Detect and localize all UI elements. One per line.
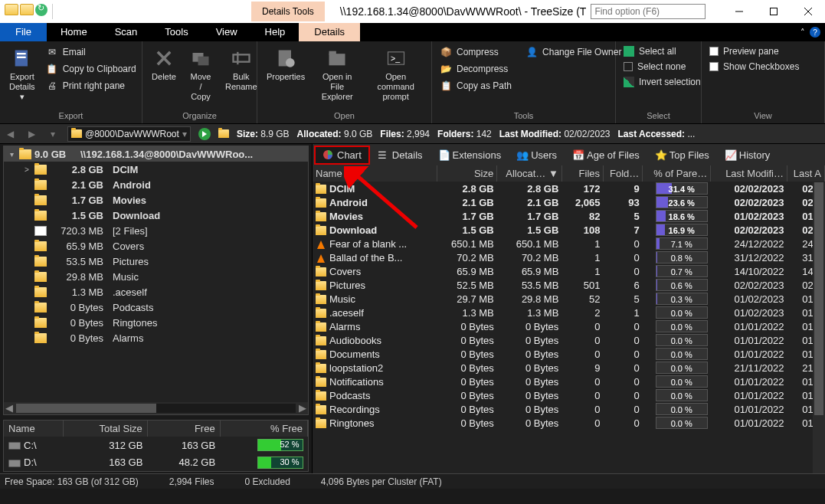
path-breadcrumb[interactable]: @8000\DavWWWRoot▾ — [67, 126, 191, 142]
table-row[interactable]: Ringtones0 Bytes0 Bytes000.0 %01/01/2022… — [313, 416, 825, 430]
tab-home[interactable]: Home — [47, 23, 101, 41]
tree-item[interactable]: 0 BytesAlarms — [4, 330, 308, 345]
table-row[interactable]: Android2.1 GB2.1 GB2,0659323.6 %02/02/20… — [313, 195, 825, 209]
file-menu[interactable]: File — [0, 23, 47, 41]
preview-pane-checkbox[interactable]: Preview pane — [706, 44, 802, 58]
tab-scan[interactable]: Scan — [101, 23, 152, 41]
viewtab-extensions[interactable]: 📄Extensions — [431, 146, 509, 164]
drive-row[interactable]: C:\312 GB163 GB52 % — [4, 437, 308, 454]
drive-row[interactable]: D:\163 GB48.2 GB30 % — [4, 453, 308, 471]
col-total[interactable]: Total Size — [63, 421, 147, 437]
table-row[interactable]: .aceself1.3 MB1.3 MB210.0 %01/02/202301/… — [313, 306, 825, 319]
col-name[interactable]: Name — [313, 165, 437, 182]
tab-view[interactable]: View — [202, 23, 251, 41]
maximize-button[interactable] — [756, 0, 791, 23]
col-last-modified[interactable]: Last Modifi… — [711, 165, 787, 182]
vertical-scrollbar[interactable] — [813, 182, 825, 473]
tree-item[interactable]: 2.1 GBAndroid — [4, 177, 308, 192]
table-row[interactable]: Covers65.9 MB65.9 MB100.7 %14/10/202214/… — [313, 264, 825, 278]
scan-button[interactable] — [198, 128, 211, 140]
tree-item[interactable]: >2.8 GBDCIM — [4, 162, 308, 177]
open-file-explorer-button[interactable]: Open in File Explorer — [313, 44, 362, 104]
horizontal-scrollbar[interactable]: ◀▶ — [4, 402, 308, 414]
col-pct-parent[interactable]: % of Pare… — [643, 165, 711, 182]
tree-item[interactable]: 65.9 MBCovers — [4, 238, 308, 254]
viewtab-users[interactable]: 👥Users — [509, 146, 565, 164]
table-row[interactable]: Fear of a blank ...650.1 MB650.1 MB107.1… — [313, 237, 825, 250]
table-row[interactable]: DCIM2.8 GB2.8 GB172931.4 %02/02/202302/0 — [313, 182, 825, 195]
help-icon[interactable]: ? — [810, 27, 820, 38]
table-row[interactable]: Download1.5 GB1.5 GB108716.9 %02/02/2023… — [313, 223, 825, 237]
table-row[interactable]: Ballad of the B...70.2 MB70.2 MB100.8 %3… — [313, 250, 825, 264]
select-none-button[interactable]: Select none — [620, 60, 704, 74]
minimize-button[interactable] — [722, 0, 756, 23]
directory-tree[interactable]: ▾ 9.0 GB \\192.168.1.34@8000\DavWWWRoo..… — [3, 146, 309, 415]
table-row[interactable]: Audiobooks0 Bytes0 Bytes000.0 %01/01/202… — [313, 333, 825, 347]
open-command-prompt-button[interactable]: >_Open command prompt — [365, 44, 427, 104]
move-copy-button[interactable]: Move / Copy — [184, 44, 218, 104]
col-allocated[interactable]: Allocat… ▼ — [497, 165, 562, 182]
bulk-rename-button[interactable]: Bulk Rename — [221, 44, 262, 93]
table-row[interactable]: Recordings0 Bytes0 Bytes000.0 %01/01/202… — [313, 402, 825, 416]
change-file-owner-button[interactable]: 👤Change File Owner — [522, 44, 624, 60]
email-button[interactable]: ✉Email — [43, 44, 139, 60]
invert-selection-button[interactable]: Invert selection — [620, 75, 704, 89]
tab-help[interactable]: Help — [251, 23, 300, 41]
nav-back-button[interactable]: ◀ — [3, 127, 17, 141]
table-row[interactable]: Documents0 Bytes0 Bytes000.0 %01/01/2022… — [313, 347, 825, 361]
nav-history-button[interactable]: ▾ — [46, 127, 60, 141]
tree-item[interactable]: 1.3 MB.aceself — [4, 284, 308, 299]
delete-button[interactable]: Delete — [147, 44, 181, 83]
tree-item[interactable]: 29.8 MBMusic — [4, 269, 308, 284]
viewtab-details[interactable]: ☰Details — [370, 146, 431, 164]
show-checkboxes-checkbox[interactable]: Show Checkboxes — [706, 60, 802, 74]
col-size[interactable]: Size — [437, 165, 497, 182]
viewtab-history[interactable]: 📈History — [717, 146, 778, 164]
tree-root[interactable]: ▾ 9.0 GB \\192.168.1.34@8000\DavWWWRoo..… — [4, 146, 308, 162]
table-row[interactable]: Music29.7 MB29.8 MB5250.3 %01/02/202301/… — [313, 292, 825, 306]
table-row[interactable]: Pictures52.5 MB53.5 MB50160.6 %02/02/202… — [313, 278, 825, 292]
export-details-button[interactable]: Export Details ▾ — [5, 44, 40, 104]
col-folders[interactable]: Fold… — [604, 165, 643, 182]
viewtab-chart[interactable]: Chart — [314, 146, 370, 165]
tab-details[interactable]: Details — [299, 23, 360, 41]
table-row[interactable]: loopstation20 Bytes0 Bytes900.0 %21/11/2… — [313, 361, 825, 375]
folder-icon — [316, 336, 326, 345]
viewtab-top[interactable]: ⭐Top Files — [647, 146, 717, 164]
close-button[interactable] — [791, 0, 825, 23]
properties-button[interactable]: Properties — [262, 44, 309, 83]
table-row[interactable]: Podcasts0 Bytes0 Bytes000.0 %01/01/20220… — [313, 388, 825, 402]
refresh-icon[interactable] — [35, 4, 47, 16]
col-pctfree[interactable]: % Free — [220, 421, 307, 437]
viewtab-age[interactable]: 📅Age of Files — [565, 146, 647, 164]
tree-item[interactable]: 53.5 MBPictures — [4, 254, 308, 269]
find-option-search[interactable] — [591, 4, 706, 19]
table-row[interactable]: Alarms0 Bytes0 Bytes000.0 %01/01/202201/… — [313, 319, 825, 333]
col-last-accessed[interactable]: Last A — [787, 165, 825, 182]
decompress-button[interactable]: 📂Decompress — [437, 61, 515, 77]
compress-button[interactable]: 📦Compress — [437, 44, 515, 60]
table-row[interactable]: Movies1.7 GB1.7 GB82518.6 %01/02/202301/… — [313, 209, 825, 223]
tab-tools[interactable]: Tools — [151, 23, 201, 41]
folder-icon[interactable] — [5, 4, 18, 15]
copy-as-path-button[interactable]: 📋Copy as Path — [437, 78, 515, 93]
tree-item[interactable]: 0 BytesRingtones — [4, 315, 308, 330]
drive-icon — [8, 442, 21, 450]
folder-open-icon[interactable] — [20, 4, 34, 15]
select-all-button[interactable]: Select all — [620, 44, 704, 58]
chevron-up-icon[interactable]: ˄ — [800, 28, 805, 38]
col-files[interactable]: Files — [561, 165, 603, 182]
print-right-pane-button[interactable]: 🖨Print right pane — [43, 78, 139, 93]
copy-clipboard-button[interactable]: 📋Copy to Clipboard — [43, 61, 139, 77]
search-input[interactable] — [591, 4, 706, 19]
tree-item[interactable]: 0 BytesPodcasts — [4, 299, 308, 315]
tree-item[interactable]: 1.5 GBDownload — [4, 208, 308, 223]
col-free[interactable]: Free — [147, 421, 220, 437]
col-name[interactable]: Name — [4, 421, 63, 437]
table-row[interactable]: Notifications0 Bytes0 Bytes000.0 %01/01/… — [313, 375, 825, 388]
folder-icon — [316, 419, 326, 428]
details-grid[interactable]: Name Size Allocat… ▼ Files Fold… % of Pa… — [313, 165, 825, 473]
tree-item[interactable]: 1.7 GBMovies — [4, 192, 308, 208]
nav-forward-button[interactable]: ▶ — [25, 127, 38, 141]
tree-item[interactable]: 720.3 MB[2 Files] — [4, 223, 308, 238]
